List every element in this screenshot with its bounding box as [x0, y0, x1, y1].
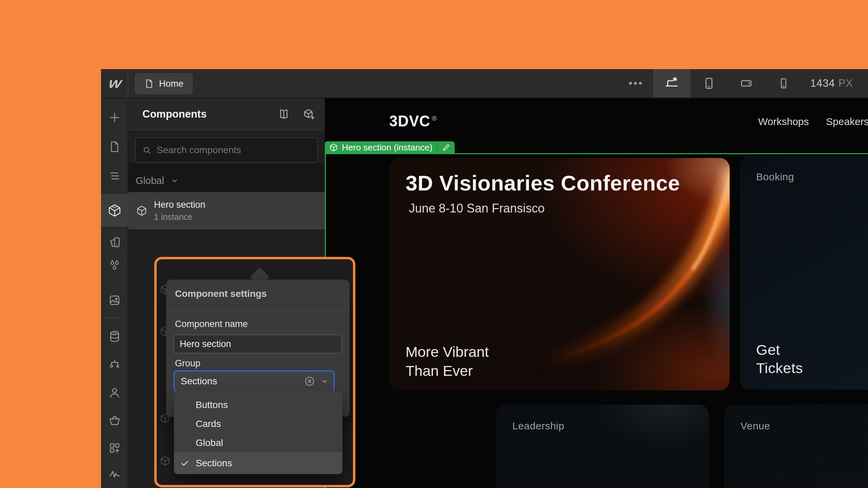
nav-link-speakers[interactable]: Speakers [826, 116, 868, 127]
option-label: Cards [196, 419, 221, 429]
droplets-icon [108, 259, 121, 272]
search-components-input[interactable]: Search components [135, 137, 318, 163]
rail-divider [104, 318, 125, 318]
hero-title: 3D Visionaries Conference [406, 171, 680, 195]
dropdown-option-sections[interactable]: Sections [174, 452, 342, 474]
dropdown-option-global[interactable]: Global [174, 433, 342, 452]
hero-card[interactable]: 3D Visionaries Conference June 8-10 San … [389, 158, 730, 390]
components-button[interactable] [101, 194, 128, 227]
booking-label: Booking [756, 171, 794, 183]
menu-lines-icon [108, 169, 121, 182]
swatches-icon [108, 236, 121, 249]
top-bar: W Home ••• 1434PX [101, 69, 868, 98]
dropdown-option-buttons[interactable]: Buttons [174, 395, 342, 414]
chevron-down-icon [170, 176, 179, 185]
variables-button[interactable] [101, 252, 128, 279]
leadership-label: Leadership [512, 420, 564, 432]
phone-portrait-breakpoint-icon [777, 77, 790, 90]
group-label: Group [175, 358, 200, 369]
navigator-button[interactable] [101, 163, 128, 189]
logic-button[interactable] [101, 351, 128, 378]
component-library-icon[interactable] [277, 108, 290, 121]
add-elements-button[interactable] [101, 104, 128, 131]
plus-icon [108, 111, 121, 124]
hero-tagline: More Vibrant Than Ever [406, 342, 489, 380]
group-header-label: Global [136, 175, 164, 186]
breakpoint-phone-landscape-button[interactable] [728, 69, 765, 98]
component-name-input[interactable]: Hero section [174, 334, 342, 353]
popover-divider [166, 310, 350, 311]
edit-pencil-icon[interactable] [442, 143, 451, 152]
component-item-meta: 1 instance [154, 212, 205, 222]
users-button[interactable] [101, 380, 128, 406]
option-label: Sections [196, 458, 232, 469]
webflow-logo-icon: W [107, 78, 121, 90]
ecommerce-button[interactable] [101, 407, 128, 434]
webflow-logo-button[interactable]: W [101, 69, 128, 98]
phone-landscape-breakpoint-icon [739, 76, 753, 90]
left-toolbar [101, 98, 128, 488]
component-item-hero-section[interactable]: Hero section 1 instance [128, 192, 325, 229]
cube-icon [329, 143, 338, 152]
group-select[interactable]: Sections [174, 370, 335, 392]
pages-button[interactable] [101, 134, 128, 160]
canvas-width-value: 1434 [810, 77, 835, 89]
activity-wave-icon [108, 467, 121, 481]
apps-button[interactable] [101, 435, 128, 461]
venue-card[interactable]: Venue Explore [724, 405, 868, 488]
popover-title: Component settings [175, 288, 267, 299]
create-component-icon[interactable] [302, 108, 315, 121]
logic-flow-icon [108, 358, 121, 371]
design-canvas: 3DVC® Workshops Speakers Hero section (i… [325, 98, 868, 488]
canvas-width-readout[interactable]: 1434PX [810, 77, 853, 89]
clear-circle-x-icon[interactable] [304, 375, 315, 387]
get-tickets-text: Get Tickets [756, 341, 803, 377]
assets-button[interactable] [101, 287, 128, 313]
nav-link-workshops[interactable]: Workshops [758, 116, 809, 127]
tablet-breakpoint-icon [702, 76, 716, 90]
page-icon [108, 140, 121, 153]
image-icon [108, 293, 121, 307]
search-icon [142, 145, 152, 155]
components-panel: Components Search components Global Hero… [128, 98, 325, 488]
cms-button[interactable] [101, 323, 128, 350]
badge-separator [437, 143, 438, 151]
site-logo[interactable]: 3DVC® [389, 112, 437, 130]
top-bar-right-cluster: ••• 1434PX [629, 69, 868, 98]
instance-selection-badge[interactable]: Hero section (instance) [325, 141, 455, 154]
style-panel-button[interactable] [101, 229, 128, 256]
venue-label: Venue [741, 420, 770, 432]
canvas-width-unit: PX [839, 77, 853, 89]
component-settings-popover-highlight: Component settings Component name Hero s… [154, 257, 355, 487]
option-label: Buttons [196, 400, 228, 410]
components-panel-header: Components [128, 98, 325, 130]
registered-mark: ® [432, 114, 437, 122]
home-page-tab[interactable]: Home [135, 73, 193, 94]
booking-card[interactable]: Booking Get Tickets [740, 156, 868, 390]
screenshot-stage: W Home ••• 1434PX [0, 0, 868, 488]
site-logo-text: 3DVC [389, 112, 430, 129]
get-tickets-line2: Tickets [756, 359, 803, 377]
option-label: Global [196, 438, 223, 448]
chevron-down-icon[interactable] [320, 377, 329, 386]
database-icon [108, 330, 121, 343]
home-tab-label: Home [159, 79, 183, 89]
cube-icon [136, 205, 148, 217]
breakpoint-desktop-button[interactable] [653, 69, 690, 98]
more-menu-icon[interactable]: ••• [629, 78, 644, 89]
leadership-card[interactable]: Leadership Empowering Learn from the glo… [496, 405, 709, 488]
check-icon [180, 459, 190, 468]
panel-title: Components [142, 108, 206, 120]
person-icon [108, 386, 121, 400]
hero-tagline-line2: Than Ever [406, 361, 489, 380]
dropdown-option-cards[interactable]: Cards [174, 414, 342, 433]
audit-button[interactable] [101, 461, 128, 487]
apps-grid-icon [108, 441, 121, 455]
basket-icon [108, 414, 121, 427]
page-icon [144, 79, 154, 89]
breakpoint-tablet-button[interactable] [690, 69, 728, 98]
breakpoint-phone-portrait-button[interactable] [765, 69, 802, 98]
hero-subtitle: June 8-10 San Fransisco [409, 201, 545, 216]
component-name-label: Component name [175, 319, 248, 329]
hero-tagline-line1: More Vibrant [406, 342, 489, 361]
